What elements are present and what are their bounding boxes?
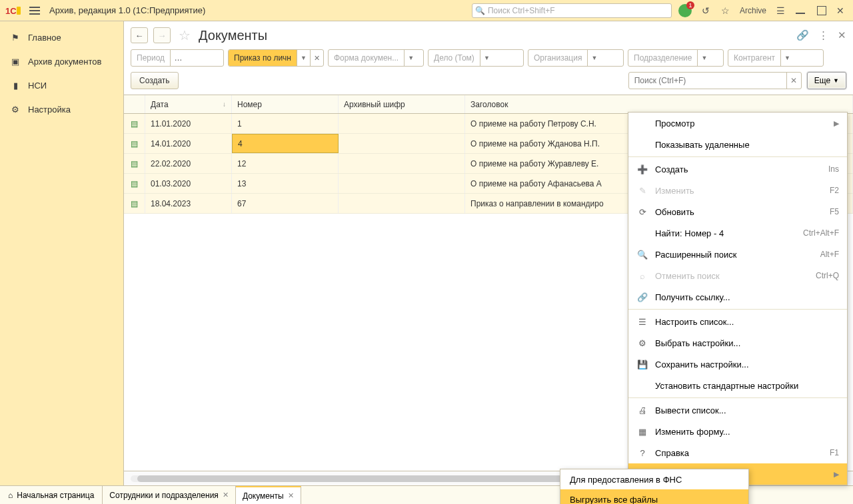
col-title[interactable]: Заголовок <box>465 95 853 113</box>
menu-label: Получить ссылку... <box>655 292 839 302</box>
col-icon[interactable] <box>124 95 145 113</box>
more-button[interactable]: Еще ▼ <box>807 72 846 89</box>
app-logo: 1C <box>4 1 23 20</box>
clear-search-icon[interactable]: ✕ <box>786 73 801 89</box>
menu-item[interactable]: 🔗Получить ссылку... <box>628 286 847 308</box>
menu-label: Отменить поиск <box>655 271 809 281</box>
hamburger-icon[interactable] <box>27 4 43 17</box>
tab-documents[interactable]: Документы ✕ <box>236 486 301 504</box>
menu-item[interactable]: ▦Изменить форму... <box>628 421 847 442</box>
history-icon[interactable]: ↺ <box>700 5 712 17</box>
menu-label: Установить стандартные настройки <box>655 381 839 391</box>
link-icon[interactable]: 🔗 <box>796 29 809 41</box>
filter-period[interactable]: Период … <box>131 49 224 67</box>
minimize-button[interactable] <box>794 5 806 17</box>
menu-item[interactable]: ☰Настроить список... <box>628 311 847 332</box>
refresh-icon: ⟳ <box>636 207 648 217</box>
menu-label: Расширенный поиск <box>655 250 814 260</box>
sidebar-item-nsi[interactable]: ▮ НСИ <box>0 73 123 97</box>
nav-back-button[interactable]: ← <box>131 27 148 43</box>
chevron-down-icon[interactable]: ▼ <box>404 50 417 66</box>
col-archive-code[interactable]: Архивный шифр <box>339 95 465 113</box>
filter-organization[interactable]: Организация ▼ <box>528 49 624 67</box>
chevron-down-icon[interactable]: ▼ <box>697 50 710 66</box>
archive-label[interactable]: Archive <box>740 6 766 15</box>
cell-archive-code <box>339 174 465 193</box>
sidebar-item-settings[interactable]: ⚙ Настройка <box>0 97 123 121</box>
filter-form[interactable]: Форма докумен... ▼ <box>328 49 424 67</box>
menu-hotkey: Ctrl+Q <box>816 271 839 280</box>
row-status-icon: ▤ <box>124 194 145 213</box>
cell-date: 22.02.2020 <box>145 154 232 173</box>
chevron-down-icon[interactable]: ▼ <box>780 50 794 66</box>
create-button[interactable]: Создать <box>131 72 179 89</box>
menu-item[interactable]: ?СправкаF1 <box>628 442 847 463</box>
sidebar-label: Главное <box>28 33 61 43</box>
grid-search-input[interactable] <box>629 76 786 85</box>
tab-label: Сотрудники и подразделения <box>109 491 219 500</box>
close-tab-icon[interactable]: ✕ <box>838 29 846 41</box>
search-icon: 🔍 <box>475 6 485 15</box>
menu-item[interactable]: ➕СоздатьIns <box>628 158 847 180</box>
filter-type[interactable]: Приказ по личн ▼ ✕ <box>228 49 324 67</box>
menu-item: ✎ИзменитьF2 <box>628 180 847 201</box>
sidebar-item-main[interactable]: ⚑ Главное <box>0 25 123 49</box>
pencil-icon: ✎ <box>636 186 648 196</box>
menu-item[interactable]: 🔍Расширенный поискAlt+F <box>628 244 847 265</box>
global-search[interactable]: 🔍 Поиск Ctrl+Shift+F <box>472 3 672 18</box>
kebab-menu-icon[interactable]: ⋮ <box>818 29 828 41</box>
close-icon[interactable]: ✕ <box>288 491 294 500</box>
sidebar-item-archive[interactable]: ▣ Архив документов <box>0 49 123 73</box>
row-status-icon: ▤ <box>124 154 145 173</box>
menu-item[interactable]: Просмотр▶ <box>628 113 847 134</box>
menu-item[interactable]: Показывать удаленные <box>628 134 847 155</box>
more-label: Еще <box>814 76 830 85</box>
close-window-button[interactable]: ✕ <box>834 5 846 17</box>
nav-forward-button[interactable]: → <box>153 27 171 43</box>
sidebar-label: Настройка <box>28 105 71 115</box>
toolbar: Создать ✕ Еще ▼ <box>124 72 853 95</box>
grid-search[interactable]: ✕ <box>628 72 802 89</box>
sort-indicator-icon: ↓ <box>223 101 226 108</box>
chevron-right-icon: ▶ <box>834 470 839 479</box>
menu-label: Выбрать настройки... <box>655 338 839 348</box>
notification-bell-icon[interactable] <box>678 4 692 17</box>
col-number[interactable]: Номер <box>232 95 339 113</box>
book-icon: ▮ <box>9 79 21 91</box>
chevron-down-icon[interactable]: ▼ <box>587 50 600 66</box>
submenu-item[interactable]: Выгрузить все файлы <box>560 489 748 504</box>
chevron-down-icon[interactable]: ▼ <box>480 50 493 66</box>
menu-item[interactable]: Найти: Номер - 4Ctrl+Alt+F <box>628 222 847 244</box>
favorite-toggle-icon[interactable]: ☆ <box>179 27 191 43</box>
ellipsis-icon[interactable]: … <box>170 50 186 66</box>
clear-filter-icon[interactable]: ✕ <box>310 50 323 66</box>
row-status-icon: ▤ <box>124 174 145 193</box>
filter-department[interactable]: Подразделение ▼ <box>628 49 724 67</box>
app-title: Архив, редакция 1.0 (1С:Предприятие) <box>49 5 205 15</box>
menu-item[interactable]: ⚙Выбрать настройки... <box>628 332 847 354</box>
submenu-item[interactable]: Для предоставления в ФНС <box>560 469 748 489</box>
maximize-button[interactable] <box>814 5 826 17</box>
menu-item[interactable]: Установить стандартные настройки <box>628 375 847 396</box>
menu-item[interactable]: ⟳ОбновитьF5 <box>628 201 847 222</box>
cell-number: 12 <box>232 154 339 173</box>
help-icon: ? <box>636 448 648 458</box>
menu-item[interactable]: 🖨Вывести список... <box>628 399 847 421</box>
filter-placeholder: Организация <box>528 53 587 63</box>
filter-icon[interactable]: ☰ <box>774 5 786 17</box>
filter-placeholder: Подразделение <box>628 53 697 63</box>
home-tab[interactable]: ⌂ Начальная страница <box>0 486 103 504</box>
filter-placeholder: Период <box>131 53 170 63</box>
filter-case[interactable]: Дело (Том) ▼ <box>428 49 524 67</box>
tab-employees[interactable]: Сотрудники и подразделения ✕ <box>103 486 236 504</box>
col-date[interactable]: Дата↓ <box>145 95 232 113</box>
favorite-star-icon[interactable]: ☆ <box>720 5 732 17</box>
home-label: Начальная страница <box>17 491 94 500</box>
menu-label: Изменить <box>655 186 823 196</box>
close-icon[interactable]: ✕ <box>223 491 229 499</box>
chevron-down-icon[interactable]: ▼ <box>297 50 310 66</box>
filter-contractor[interactable]: Контрагент ▼ <box>728 49 824 67</box>
row-status-icon: ▤ <box>124 134 145 153</box>
menu-item[interactable]: 💾Сохранить настройки... <box>628 354 847 375</box>
menu-hotkey: F2 <box>830 186 839 195</box>
